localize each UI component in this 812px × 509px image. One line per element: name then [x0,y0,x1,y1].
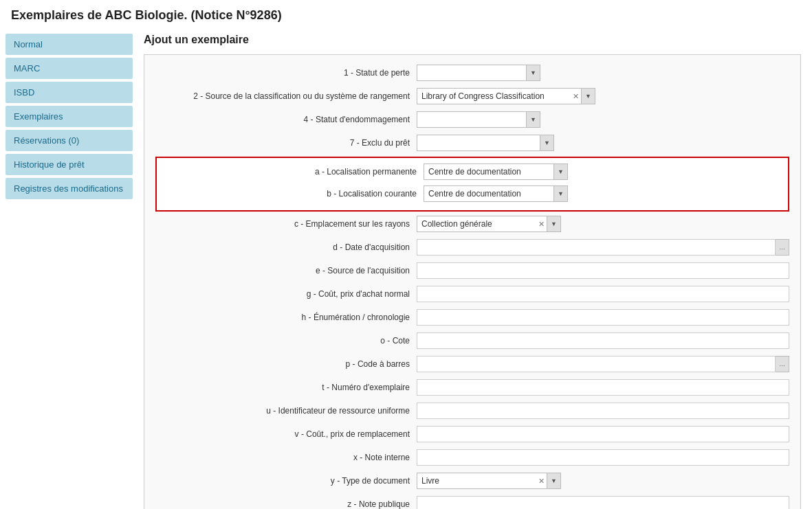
input-note-interne[interactable] [417,449,789,466]
label-identificateur: u - Identificateur de ressource uniforme [155,406,417,416]
select-localisation-courante[interactable]: Centre de documentation [424,188,553,200]
field-identificateur [417,403,789,419]
dropdown-icon[interactable]: ▼ [526,65,540,80]
row-note-publique: z - Note publique [155,495,789,509]
label-statut-endommagement: 4 - Statut d'endommagement [155,115,417,124]
label-localisation-permanente: a - Localisation permanente [162,167,424,177]
sidebar-item-reservations[interactable]: Réservations (0) [6,130,133,151]
row-cote: o - Cote [155,331,789,350]
field-exclu-pret: ▼ [417,135,789,151]
dropdown-exclu-icon[interactable]: ▼ [540,135,553,150]
sidebar-item-exemplaires[interactable]: Exemplaires [6,106,133,127]
row-enumeration: h - Énumération / chronologie [155,308,789,327]
label-note-publique: z - Note publique [155,499,417,509]
input-date-acquisition[interactable] [417,239,776,256]
label-source-acquisition: e - Source de l'acquisition [155,266,417,275]
sidebar-item-registres[interactable]: Registres des modifications [6,178,133,199]
label-type-document: y - Type de document [155,476,417,486]
field-type-document: Livre ✕ ▼ [417,473,789,489]
row-identificateur: u - Identificateur de ressource uniforme [155,401,789,420]
input-code-barres[interactable] [417,356,776,372]
sidebar-item-normal[interactable]: Normal [6,34,133,55]
field-statut-perte: ▼ [417,65,789,81]
field-localisation-permanente: Centre de documentation ▼ [424,163,782,180]
field-enumeration [417,309,789,326]
row-note-interne: x - Note interne [155,448,789,467]
input-enumeration[interactable] [417,309,789,326]
highlight-section: a - Localisation permanente Centre de do… [155,157,789,212]
main-content: Ajout un exemplaire 1 - Statut de perte … [133,28,812,509]
input-numero-exemplaire[interactable] [417,379,789,396]
label-code-barres: p - Code à barres [155,359,417,369]
dropdown-emplacement-icon[interactable]: ▼ [547,216,560,231]
row-emplacement-rayons: c - Emplacement sur les rayons Collectio… [155,214,789,234]
input-source-acquisition[interactable] [417,262,789,279]
label-localisation-courante: b - Localisation courante [162,189,424,199]
dropdown-type-document-icon[interactable]: ▼ [547,473,560,488]
input-cout-achat[interactable] [417,286,789,302]
label-emplacement-rayons: c - Emplacement sur les rayons [155,219,417,229]
select-exclu-pret[interactable] [417,142,540,144]
row-code-barres: p - Code à barres … [155,354,789,374]
label-cote: o - Cote [155,336,417,346]
row-numero-exemplaire: t - Numéro d'exemplaire [155,378,789,397]
sidebar-item-historique[interactable]: Historique de prêt [6,154,133,175]
select-statut-perte[interactable] [417,71,526,74]
select-emplacement-rayons[interactable]: Collection générale [417,218,536,230]
dropdown-source-icon[interactable]: ▼ [581,89,595,104]
row-source-acquisition: e - Source de l'acquisition [155,261,789,280]
field-note-interne [417,449,789,466]
dropdown-endommagement-icon[interactable]: ▼ [526,112,540,127]
clear-type-document-icon[interactable]: ✕ [536,473,547,488]
sidebar: Normal MARC ISBD Exemplaires Réservation… [6,28,133,207]
select-statut-endommagement[interactable] [417,118,526,121]
select-localisation-permanente[interactable]: Centre de documentation [424,166,553,178]
select-source-classification[interactable]: Library of Congress Classification [417,90,570,102]
label-numero-exemplaire: t - Numéro d'exemplaire [155,383,417,392]
field-emplacement-rayons: Collection générale ✕ ▼ [417,216,789,232]
input-note-publique[interactable] [417,496,789,509]
clear-source-classification-icon[interactable]: ✕ [570,89,581,104]
row-date-acquisition: d - Date d'acquisition … [155,238,789,257]
label-note-interne: x - Note interne [155,453,417,462]
input-cout-remplacement[interactable] [417,426,789,442]
clear-emplacement-icon[interactable]: ✕ [536,216,547,231]
sidebar-item-isbd[interactable]: ISBD [6,82,133,103]
field-code-barres: … [417,356,789,372]
row-source-classification: 2 - Source de la classification ou du sy… [155,87,789,106]
sidebar-item-marc[interactable]: MARC [6,58,133,79]
input-identificateur[interactable] [417,403,789,419]
dropdown-perm-icon[interactable]: ▼ [553,164,567,179]
field-date-acquisition: … [417,239,789,256]
input-cote[interactable] [417,332,789,349]
select-type-document[interactable]: Livre [417,475,536,487]
page-title: Exemplaires de ABC Biologie. (Notice N°9… [0,0,812,28]
field-source-classification: Library of Congress Classification ✕ ▼ [417,88,789,104]
label-date-acquisition: d - Date d'acquisition [155,242,417,252]
field-source-acquisition [417,262,789,279]
section-title: Ajout un exemplaire [144,34,801,46]
field-cout-achat [417,286,789,302]
label-enumeration: h - Énumération / chronologie [155,313,417,322]
label-source-classification: 2 - Source de la classification ou du sy… [155,91,417,101]
row-type-document: y - Type de document Livre ✕ ▼ [155,471,789,490]
row-cout-achat: g - Coût, prix d'achat normal [155,284,789,304]
field-statut-endommagement: ▼ [417,111,789,128]
row-statut-perte: 1 - Statut de perte ▼ [155,63,789,82]
row-cout-remplacement: v - Coût., prix de remplacement [155,425,789,444]
field-localisation-courante: Centre de documentation ▼ [424,185,782,202]
field-cote [417,332,789,349]
label-cout-achat: g - Coût, prix d'achat normal [155,289,417,299]
dropdown-courante-icon[interactable]: ▼ [553,186,567,201]
form-container: 1 - Statut de perte ▼ 2 - Source de la c… [144,54,801,509]
row-localisation-courante: b - Localisation courante Centre de docu… [162,184,782,203]
ext-date-icon[interactable]: … [776,239,789,256]
label-statut-perte: 1 - Statut de perte [155,68,417,78]
field-numero-exemplaire [417,379,789,396]
row-exclu-pret: 7 - Exclu du prêt ▼ [155,133,789,152]
row-localisation-permanente: a - Localisation permanente Centre de do… [162,162,782,181]
row-statut-endommagement: 4 - Statut d'endommagement ▼ [155,110,789,129]
label-exclu-pret: 7 - Exclu du prêt [155,138,417,148]
field-note-publique [417,496,789,509]
ext-barres-icon[interactable]: … [776,356,789,372]
